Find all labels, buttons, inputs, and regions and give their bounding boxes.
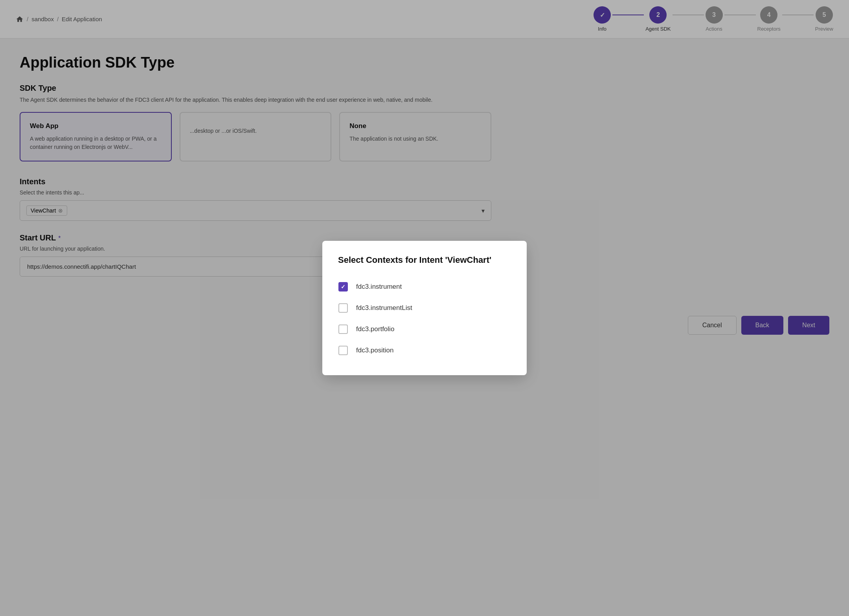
checkbox-4[interactable] (338, 345, 348, 356)
checkbox-checked-icon-1 (338, 282, 348, 292)
modal-item-1: fdc3.instrument (338, 276, 511, 297)
modal-overlay[interactable]: Select Contexts for Intent 'ViewChart' f… (0, 0, 849, 616)
modal-item-label-4: fdc3.position (356, 346, 393, 354)
checkbox-2[interactable] (338, 303, 348, 313)
checkbox-1[interactable] (338, 282, 348, 292)
checkbox-unchecked-icon-2 (338, 303, 348, 313)
modal: Select Contexts for Intent 'ViewChart' f… (322, 241, 527, 375)
modal-item-3: fdc3.portfolio (338, 319, 511, 340)
modal-item-4: fdc3.position (338, 340, 511, 361)
modal-item-label-3: fdc3.portfolio (356, 325, 394, 333)
modal-item-label-1: fdc3.instrument (356, 283, 402, 291)
checkbox-unchecked-icon-3 (338, 324, 348, 334)
modal-title: Select Contexts for Intent 'ViewChart' (338, 255, 511, 265)
checkbox-3[interactable] (338, 324, 348, 334)
modal-item-label-2: fdc3.instrumentList (356, 304, 412, 312)
modal-item-2: fdc3.instrumentList (338, 297, 511, 319)
checkbox-unchecked-icon-4 (338, 346, 348, 355)
